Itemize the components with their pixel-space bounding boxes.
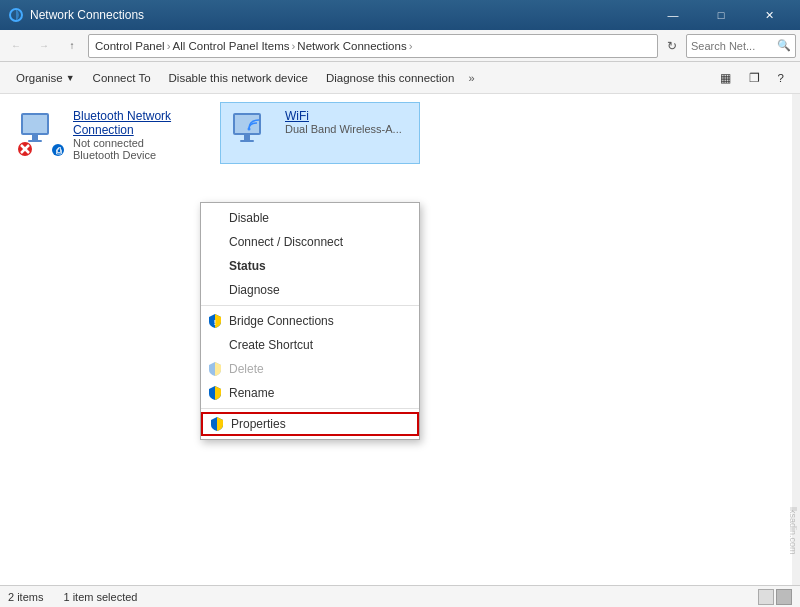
- diagnose-label: Diagnose this connection: [326, 72, 455, 84]
- ctx-separator-1: [201, 305, 419, 306]
- ctx-bridge[interactable]: ! Bridge Connections: [201, 309, 419, 333]
- svg-rect-3: [32, 135, 38, 140]
- preview-button[interactable]: ❐: [741, 65, 768, 91]
- address-bar: ← → ↑ Control Panel › All Control Panel …: [0, 30, 800, 62]
- svg-text:!: !: [214, 319, 216, 326]
- svg-rect-13: [244, 135, 250, 140]
- svg-rect-2: [23, 115, 47, 133]
- up-button[interactable]: ↑: [60, 34, 84, 58]
- organise-arrow: ▼: [66, 73, 75, 83]
- bluetooth-network-item[interactable]: ⎙ Bluetooth Network Connection Not conne…: [8, 102, 188, 168]
- wifi-item-status: Dual Band Wireless-A...: [285, 123, 402, 135]
- view-button[interactable]: ▦: [712, 65, 739, 91]
- bluetooth-item-type: Bluetooth Device: [73, 149, 179, 161]
- shield-icon-properties: [209, 416, 225, 432]
- shield-icon-bridge: !: [207, 313, 223, 329]
- ctx-rename-label: Rename: [229, 386, 274, 400]
- ctx-status[interactable]: Status: [201, 254, 419, 278]
- ctx-bridge-label: Bridge Connections: [229, 314, 334, 328]
- ctx-rename[interactable]: Rename: [201, 381, 419, 405]
- ctx-diagnose-label: Diagnose: [229, 283, 280, 297]
- breadcrumb-control-panel: Control Panel: [95, 40, 165, 52]
- search-icon: 🔍: [777, 39, 791, 52]
- organise-label: Organise: [16, 72, 63, 84]
- ctx-diagnose[interactable]: Diagnose: [201, 278, 419, 302]
- not-connected-icon: [17, 141, 33, 157]
- content-area: ⎙ Bluetooth Network Connection Not conne…: [0, 94, 800, 585]
- bluetooth-item-status: Not connected: [73, 137, 179, 149]
- ctx-delete: Delete: [201, 357, 419, 381]
- organise-button[interactable]: Organise ▼: [8, 65, 83, 91]
- wifi-icon-container: [229, 109, 277, 157]
- connect-to-button[interactable]: Connect To: [85, 65, 159, 91]
- disable-button[interactable]: Disable this network device: [161, 65, 316, 91]
- help-button[interactable]: ?: [770, 65, 792, 91]
- connect-to-label: Connect To: [93, 72, 151, 84]
- svg-rect-11: [235, 115, 259, 133]
- toolbar: Organise ▼ Connect To Disable this netwo…: [0, 62, 800, 94]
- minimize-button[interactable]: —: [650, 0, 696, 30]
- window-icon: [8, 7, 24, 23]
- bluetooth-item-name: Bluetooth Network Connection: [73, 109, 179, 137]
- refresh-button[interactable]: ↻: [662, 36, 682, 56]
- ctx-disable[interactable]: Disable: [201, 206, 419, 230]
- window-title: Network Connections: [30, 8, 650, 22]
- ctx-status-label: Status: [229, 259, 266, 273]
- search-input[interactable]: [691, 40, 773, 52]
- shield-icon-delete: [207, 361, 223, 377]
- ctx-properties[interactable]: Properties: [201, 412, 419, 436]
- wifi-device-icon: [229, 109, 269, 149]
- ctx-properties-label: Properties: [231, 417, 286, 431]
- wifi-item-text: WiFi Dual Band Wireless-A...: [285, 109, 402, 135]
- wifi-item-name: WiFi: [285, 109, 402, 123]
- context-menu: Disable Connect / Disconnect Status Diag…: [200, 202, 420, 440]
- ctx-disable-label: Disable: [229, 211, 269, 225]
- svg-rect-14: [240, 140, 254, 142]
- watermark: lksadin.com: [788, 507, 798, 555]
- ctx-delete-label: Delete: [229, 362, 264, 376]
- maximize-button[interactable]: □: [698, 0, 744, 30]
- wifi-network-item[interactable]: WiFi Dual Band Wireless-A...: [220, 102, 420, 164]
- forward-button[interactable]: →: [32, 34, 56, 58]
- items-count: 2 items: [8, 591, 43, 603]
- status-bar: 2 items 1 item selected: [0, 585, 800, 607]
- ctx-shortcut[interactable]: Create Shortcut: [201, 333, 419, 357]
- ctx-shortcut-label: Create Shortcut: [229, 338, 313, 352]
- search-box: 🔍: [686, 34, 796, 58]
- back-button[interactable]: ←: [4, 34, 28, 58]
- bluetooth-icon-container: ⎙: [17, 109, 65, 157]
- breadcrumb-network: Network Connections: [297, 40, 406, 52]
- svg-point-12: [248, 128, 251, 131]
- ctx-separator-2: [201, 408, 419, 409]
- window-controls: — □ ✕: [650, 0, 792, 30]
- ctx-connect[interactable]: Connect / Disconnect: [201, 230, 419, 254]
- title-bar: Network Connections — □ ✕: [0, 0, 800, 30]
- toolbar-right: ▦ ❐ ?: [712, 65, 792, 91]
- bluetooth-item-text: Bluetooth Network Connection Not connect…: [73, 109, 179, 161]
- main-content: ⎙ Bluetooth Network Connection Not conne…: [0, 94, 800, 585]
- disable-label: Disable this network device: [169, 72, 308, 84]
- close-button[interactable]: ✕: [746, 0, 792, 30]
- shield-icon-rename: [207, 385, 223, 401]
- bluetooth-symbol-icon: ⎙: [51, 143, 65, 157]
- view-list-button[interactable]: [758, 589, 774, 605]
- breadcrumb-all-items: All Control Panel Items: [173, 40, 290, 52]
- ctx-connect-label: Connect / Disconnect: [229, 235, 343, 249]
- more-button[interactable]: »: [464, 65, 478, 91]
- diagnose-button[interactable]: Diagnose this connection: [318, 65, 463, 91]
- view-toggle: [758, 589, 792, 605]
- selected-count: 1 item selected: [63, 591, 137, 603]
- view-detail-button[interactable]: [776, 589, 792, 605]
- address-path[interactable]: Control Panel › All Control Panel Items …: [88, 34, 658, 58]
